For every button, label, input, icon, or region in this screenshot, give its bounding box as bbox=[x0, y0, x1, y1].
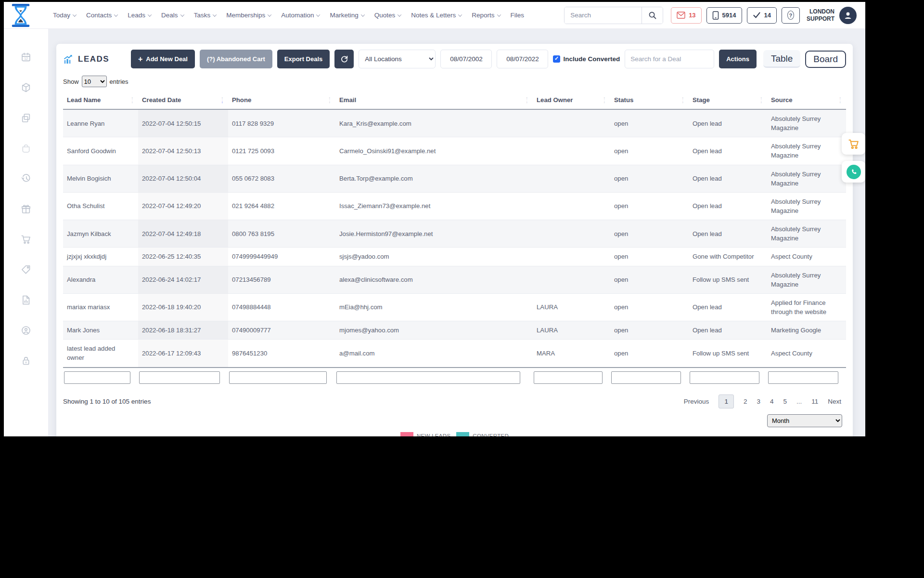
nav-item-files[interactable]: Files bbox=[511, 12, 525, 19]
floating-whatsapp-button[interactable] bbox=[842, 161, 865, 183]
column-header-source[interactable]: Source↑↓ bbox=[767, 92, 846, 109]
sidebar-calendar-icon[interactable]: 12 bbox=[21, 52, 31, 65]
pagination-page-5[interactable]: 5 bbox=[783, 398, 787, 405]
sidebar-package-icon[interactable] bbox=[21, 82, 31, 95]
pagination-previous[interactable]: Previous bbox=[684, 398, 709, 405]
pagination-page-2[interactable]: 2 bbox=[744, 398, 747, 405]
actions-button[interactable]: Actions bbox=[719, 50, 757, 68]
column-header-email[interactable]: Email↑↓ bbox=[335, 92, 533, 109]
nav-item-deals[interactable]: Deals bbox=[161, 12, 184, 19]
sidebar-member-icon[interactable] bbox=[21, 325, 31, 338]
global-search-input[interactable] bbox=[565, 7, 642, 24]
view-toggle-board[interactable]: Board bbox=[805, 51, 846, 68]
question-mark-icon: ? bbox=[787, 11, 794, 20]
table-row[interactable]: latest lead added owner2022-06-17 12:09:… bbox=[63, 340, 846, 368]
table-row[interactable]: Melvin Bogisich2022-07-04 12:50:04055 06… bbox=[63, 165, 846, 193]
cell-lead-name: Leanne Ryan bbox=[63, 110, 138, 137]
pagination-page-11[interactable]: 11 bbox=[811, 398, 818, 405]
nav-item-quotes[interactable]: Quotes bbox=[374, 12, 401, 19]
period-select[interactable]: Month bbox=[767, 414, 842, 427]
pagination-ellipsis: ... bbox=[796, 398, 802, 405]
nav-item-label: Automation bbox=[281, 12, 314, 19]
sort-arrows-icon: ↑↓ bbox=[329, 97, 331, 103]
legend-item[interactable]: CONVERTED bbox=[456, 432, 509, 436]
nav-item-label: Reports bbox=[472, 12, 494, 19]
filter-input-created-date[interactable] bbox=[139, 371, 220, 384]
account-name[interactable]: LONDON SUPPORT bbox=[807, 8, 834, 23]
filter-input-source[interactable] bbox=[768, 371, 838, 384]
table-row[interactable]: Leanne Ryan2022-07-04 12:50:150117 828 9… bbox=[63, 110, 846, 137]
cell-stage: Open lead bbox=[689, 321, 767, 339]
filter-input-status[interactable] bbox=[611, 371, 681, 384]
sidebar-lock-icon[interactable] bbox=[21, 355, 31, 368]
cell-created-date: 2022-07-04 12:49:20 bbox=[138, 193, 228, 220]
pagination-next[interactable]: Next bbox=[828, 398, 841, 405]
add-new-deal-button[interactable]: + Add New Deal bbox=[131, 50, 195, 68]
nav-item-reports[interactable]: Reports bbox=[472, 12, 500, 19]
column-header-lead-owner[interactable]: Lead Owner↑↓ bbox=[533, 92, 610, 109]
column-header-lead-name[interactable]: Lead Name↑↓ bbox=[63, 92, 138, 109]
sidebar-history-icon[interactable] bbox=[21, 173, 31, 186]
pagination-page-1[interactable]: 1 bbox=[719, 394, 734, 408]
search-button[interactable] bbox=[642, 7, 663, 24]
nav-item-memberships[interactable]: Memberships bbox=[226, 12, 271, 19]
table-row[interactable]: Mark Jones2022-06-18 18:31:2707490009777… bbox=[63, 321, 846, 340]
column-header-phone[interactable]: Phone↑↓ bbox=[228, 92, 335, 109]
cell-created-date: 2022-07-04 12:50:15 bbox=[138, 110, 228, 137]
table-row[interactable]: Alexandra2022-06-24 14:02:1707213456789a… bbox=[63, 266, 846, 294]
pagination-page-3[interactable]: 3 bbox=[757, 398, 760, 405]
sidebar-cart-icon[interactable] bbox=[21, 234, 31, 247]
help-badge[interactable]: ? bbox=[782, 7, 800, 24]
floating-cart-button[interactable] bbox=[842, 133, 865, 155]
column-header-stage[interactable]: Stage↑↓ bbox=[689, 92, 767, 109]
chevron-down-icon bbox=[398, 13, 401, 16]
table-row[interactable]: jzjxjxj xkxkdjdj2022-06-25 12:40:3507499… bbox=[63, 248, 846, 266]
cell-lead-name: Mark Jones bbox=[63, 321, 138, 339]
column-header-created-date[interactable]: Created Date↑↓ bbox=[138, 92, 228, 109]
sidebar-report-icon[interactable] bbox=[21, 295, 31, 307]
brand-logo-hourglass[interactable] bbox=[11, 3, 33, 27]
sidebar-gift-icon[interactable] bbox=[21, 204, 31, 216]
table-row[interactable]: Jazmyn Kilback2022-07-04 12:49:180800 76… bbox=[63, 220, 846, 248]
nav-item-marketing[interactable]: Marketing bbox=[330, 12, 364, 19]
calls-badge[interactable]: 5914 bbox=[706, 7, 742, 24]
filter-input-lead-name[interactable] bbox=[64, 371, 130, 384]
deal-search-input[interactable] bbox=[625, 50, 714, 68]
column-header-status[interactable]: Status↑↓ bbox=[610, 92, 689, 109]
legend-item[interactable]: NEW LEADS bbox=[400, 432, 450, 436]
pagination-page-4[interactable]: 4 bbox=[770, 398, 774, 405]
export-deals-button[interactable]: Export Deals bbox=[277, 50, 330, 68]
table-row[interactable]: Sanford Goodwin2022-07-04 12:50:130121 7… bbox=[63, 137, 846, 165]
user-avatar[interactable] bbox=[839, 7, 857, 24]
table-row[interactable]: mariax mariasx2022-06-18 19:40:200749888… bbox=[63, 294, 846, 321]
nav-item-automation[interactable]: Automation bbox=[281, 12, 320, 19]
refresh-button[interactable] bbox=[334, 50, 354, 68]
cell-email: mEia@hhj.com bbox=[335, 294, 533, 321]
date-from-input[interactable] bbox=[440, 50, 492, 68]
include-converted-checkbox[interactable]: Include Converted bbox=[553, 55, 620, 63]
nav-item-contacts[interactable]: Contacts bbox=[86, 12, 117, 19]
date-to-input[interactable] bbox=[497, 50, 548, 68]
envelope-icon bbox=[677, 12, 685, 19]
nav-item-notes-letters[interactable]: Notes & Letters bbox=[411, 12, 462, 19]
filter-input-phone[interactable] bbox=[229, 371, 327, 384]
cell-stage: Follow up SMS sent bbox=[689, 266, 767, 293]
filter-input-lead-owner[interactable] bbox=[534, 371, 603, 384]
page-size-select[interactable]: 10 bbox=[82, 76, 107, 87]
chevron-down-icon bbox=[458, 13, 462, 16]
filter-input-email[interactable] bbox=[336, 371, 520, 384]
location-filter-select[interactable]: All Locations bbox=[359, 50, 436, 68]
sidebar-bag-icon[interactable] bbox=[21, 143, 31, 156]
messages-badge[interactable]: 13 bbox=[671, 7, 701, 24]
table-row[interactable]: Otha Schulist2022-07-04 12:49:20021 9264… bbox=[63, 193, 846, 220]
sidebar-tag-icon[interactable] bbox=[21, 264, 31, 277]
filter-input-stage[interactable] bbox=[690, 371, 759, 384]
view-toggle-table[interactable]: Table bbox=[763, 50, 800, 68]
column-header-label: Stage bbox=[693, 96, 710, 104]
tasks-badge[interactable]: 14 bbox=[747, 7, 777, 24]
nav-item-leads[interactable]: Leads bbox=[128, 12, 151, 19]
abandoned-cart-button[interactable]: (?) Abandoned Cart bbox=[200, 50, 272, 68]
sidebar-copy-icon[interactable] bbox=[21, 113, 31, 125]
nav-item-tasks[interactable]: Tasks bbox=[194, 12, 217, 19]
nav-item-today[interactable]: Today bbox=[53, 12, 76, 19]
